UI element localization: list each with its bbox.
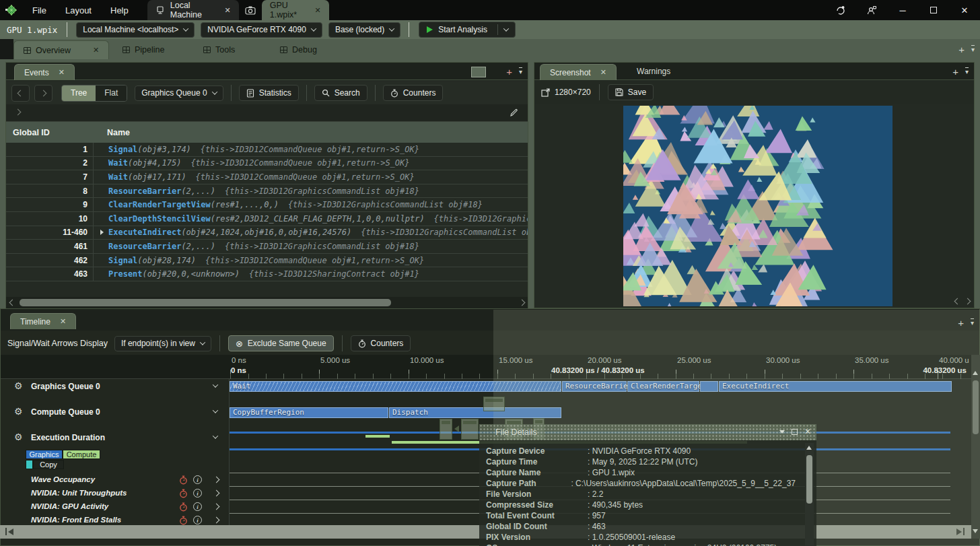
maximize-icon[interactable] — [792, 429, 798, 435]
tab-pipeline[interactable]: Pipeline — [113, 40, 174, 59]
event-row[interactable]: 2Wait(obj#4,175){this->ID3D12CommandQueu… — [6, 157, 528, 171]
scrollbar-thumb[interactable] — [806, 455, 812, 504]
tab-debug[interactable]: Debug — [271, 40, 326, 59]
scrollbar-thumb[interactable] — [973, 380, 979, 434]
expander-chevron-icon[interactable] — [15, 109, 22, 116]
arrows-mode-dropdown[interactable]: If endpoint(s) in view — [114, 336, 211, 351]
events-filter-row[interactable] — [6, 104, 528, 122]
file-details-titlebar[interactable]: File Details ✕ — [479, 424, 816, 440]
chevron-down-icon[interactable] — [503, 26, 509, 31]
close-icon[interactable]: ✕ — [90, 46, 99, 55]
event-row[interactable]: 9ClearRenderTargetView(res#1,...,0,){thi… — [6, 198, 528, 212]
event-row[interactable]: 11-460ExecuteIndirect(obj#24,1024,obj#16… — [6, 226, 528, 240]
tab-list-icon[interactable]: ▾ — [971, 46, 975, 53]
tab-gpu-capture[interactable]: GPU 1.wpix* ✕ — [262, 0, 329, 20]
close-icon[interactable]: ✕ — [598, 68, 606, 77]
back-button[interactable] — [11, 85, 30, 102]
dock-arrow-left-icon — [454, 425, 459, 432]
close-icon[interactable]: ✕ — [804, 428, 811, 436]
close-window-button[interactable]: ✕ — [949, 0, 980, 20]
timeline-counters-button[interactable]: Counters — [351, 335, 411, 351]
feedback-icon[interactable] — [825, 0, 856, 20]
pan-right-icon[interactable] — [965, 298, 971, 305]
add-tab-icon[interactable]: + — [958, 44, 965, 55]
tab-timeline[interactable]: Timeline ✕ — [10, 313, 76, 329]
ruler-tick-label: 15.000 us — [499, 356, 533, 364]
pan-left-icon[interactable] — [954, 298, 961, 305]
machine-dropdown[interactable]: Local Machine <localhost> — [76, 22, 195, 38]
minimize-button[interactable]: ─ — [887, 0, 918, 20]
expand-arrow-icon[interactable] — [100, 230, 104, 235]
scroll-down-icon[interactable] — [973, 529, 978, 533]
start-analysis-button[interactable]: Start Analysis — [419, 22, 516, 38]
event-row[interactable]: 10ClearDepthStencilView(res#2,D3D12_CLEA… — [6, 212, 528, 226]
engine-dropdown[interactable]: Base (locked) — [328, 22, 400, 38]
scroll-up-icon[interactable] — [806, 446, 812, 450]
events-horizontal-scrollbar[interactable] — [6, 297, 528, 308]
edit-filter-icon[interactable] — [509, 108, 518, 118]
gpu-dropdown[interactable]: NVIDIA GeForce RTX 4090 — [201, 22, 322, 38]
account-settings-icon[interactable] — [856, 0, 887, 20]
tab-list-icon[interactable]: ▾ — [519, 68, 522, 75]
close-icon[interactable]: ✕ — [56, 68, 65, 77]
timeline-ruler[interactable]: 0 ns5.000 us10.000 us15.000 us20.000 us2… — [1, 355, 972, 379]
add-tab-icon[interactable]: + — [506, 66, 512, 77]
queue-dropdown[interactable]: Graphics Queue 0 — [135, 86, 223, 101]
statistics-button[interactable]: Statistics — [239, 85, 299, 101]
event-row[interactable]: 461ResourceBarrier(2,...){this->ID3D12Gr… — [6, 240, 528, 254]
search-button[interactable]: Search — [314, 85, 368, 101]
tab-tools[interactable]: Tools — [194, 40, 244, 59]
event-row[interactable]: 8ResourceBarrier(2,...){this->ID3D12Grap… — [6, 184, 528, 199]
file-detail-label: OS — [486, 543, 588, 546]
skip-to-end-icon[interactable] — [956, 528, 965, 535]
tab-warnings[interactable]: Warnings — [629, 63, 678, 80]
column-global-id[interactable]: Global ID — [6, 128, 94, 137]
dock-center-icon[interactable] — [461, 419, 479, 440]
scroll-up-icon[interactable] — [973, 371, 978, 375]
close-icon[interactable]: ✕ — [57, 317, 66, 326]
resolution-label[interactable]: 1280×720 — [541, 88, 591, 97]
menu-layout[interactable]: Layout — [56, 0, 101, 20]
event-global-id: 8 — [6, 184, 94, 198]
maximize-button[interactable] — [918, 0, 949, 20]
ruler-tick-minor — [337, 374, 338, 379]
tab-local-machine[interactable]: Local Machine ✕ — [147, 0, 239, 20]
file-detail-label: File Version — [486, 489, 588, 499]
tab-overview[interactable]: Overview ✕ — [13, 40, 109, 59]
events-table-header[interactable]: Global ID Name — [6, 122, 528, 143]
dock-top-icon[interactable] — [483, 397, 505, 411]
add-tab-icon[interactable]: + — [952, 66, 958, 77]
file-details-scrollbar[interactable] — [805, 443, 814, 546]
scrollbar-thumb[interactable] — [20, 299, 391, 306]
file-details-window[interactable]: File Details ✕ Capture Device: NVIDIA Ge… — [479, 424, 816, 546]
tab-events[interactable]: Events ✕ — [14, 64, 75, 80]
event-row[interactable]: 462Signal(obj#28,174){this->ID3D12Comman… — [6, 254, 528, 268]
tab-list-icon[interactable]: ▾ — [965, 68, 969, 75]
save-button[interactable]: Save — [608, 84, 654, 100]
counters-button[interactable]: Counters — [383, 85, 444, 101]
close-icon[interactable]: ✕ — [312, 6, 321, 15]
event-row[interactable]: 7Wait(obj#17,171){this->ID3D12CommandQue… — [6, 170, 528, 184]
event-row[interactable]: 1Signal(obj#3,174){this->ID3D12CommandQu… — [6, 143, 528, 157]
skip-to-start-icon[interactable] — [5, 528, 13, 535]
tab-screenshot[interactable]: Screenshot ✕ — [540, 64, 617, 80]
scroll-right-icon[interactable] — [517, 298, 526, 307]
scroll-left-icon[interactable] — [7, 298, 17, 307]
dock-left-icon[interactable] — [440, 419, 452, 440]
toggle-flat[interactable]: Flat — [96, 86, 127, 101]
menu-help[interactable]: Help — [101, 0, 138, 20]
toggle-tree[interactable]: Tree — [62, 86, 96, 101]
timeline-vertical-scrollbar[interactable] — [971, 355, 980, 539]
exclude-same-queue-button[interactable]: ⊗ Exclude Same Queue — [228, 335, 334, 351]
event-row[interactable]: 463Present(obj#20,0,<unknown>){this->ID3… — [6, 267, 528, 281]
forward-button[interactable] — [34, 85, 53, 102]
window-menu-icon[interactable] — [779, 430, 785, 434]
menu-file[interactable]: File — [23, 0, 56, 20]
add-tab-icon[interactable]: + — [958, 317, 964, 329]
column-name[interactable]: Name — [94, 128, 130, 137]
event-context: {this->ID3D12SharingContract obj#1} — [249, 269, 419, 279]
capture-toolbar: GPU 1.wpix Local Machine <localhost> NVI… — [0, 20, 980, 39]
close-icon[interactable]: ✕ — [222, 6, 231, 15]
tab-list-icon[interactable]: ▾ — [971, 319, 974, 327]
ruler-tick-minor — [925, 374, 925, 379]
